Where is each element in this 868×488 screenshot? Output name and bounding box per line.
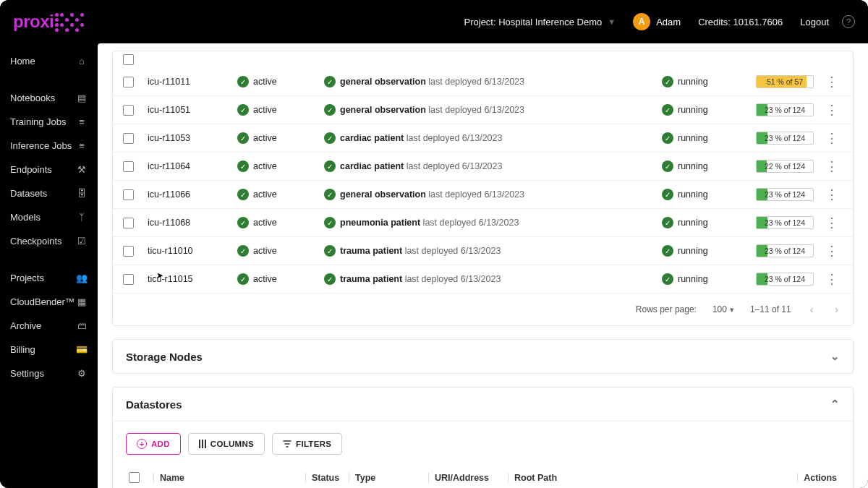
avatar[interactable]: A (633, 13, 650, 30)
check-circle-icon: ✓ (237, 76, 249, 87)
node-name: icu-r11011 (148, 77, 237, 87)
select-all-checkbox[interactable] (129, 472, 140, 483)
list-icon: ≡ (76, 116, 88, 127)
chip-icon: ▦ (76, 296, 88, 307)
utilization-bar: 51 % of 57 (756, 75, 814, 88)
archive-icon: 🗃 (76, 320, 88, 331)
plus-icon: + (137, 439, 147, 449)
node-name: icu-r11051 (148, 105, 237, 115)
row-checkbox[interactable] (123, 105, 134, 116)
utilization-bar: 23 % of 124 (756, 216, 814, 229)
drive-icon: 🗄 (76, 188, 88, 199)
table-row: icu-r11066✓active✓general observation la… (113, 180, 853, 208)
node-workload: general observation last deployed 6/13/2… (340, 189, 524, 200)
node-state: running (678, 189, 708, 200)
page-range: 1–11 of 11 (750, 304, 791, 314)
check-circle-icon: ✓ (324, 217, 336, 228)
node-status: active (253, 77, 277, 87)
check-circle-icon: ✓ (237, 189, 249, 200)
datastores-table-header: Name Status Type URI/Address Root Path A… (126, 465, 840, 488)
sidebar-item-settings[interactable]: Settings⚙ (0, 361, 98, 385)
utilization-bar: 23 % of 124 (756, 103, 814, 116)
sidebar-item-training-jobs[interactable]: Training Jobs≡ (0, 110, 98, 134)
check-circle-icon: ✓ (237, 217, 249, 228)
columns-button[interactable]: COLUMNS (188, 433, 265, 455)
row-checkbox[interactable] (123, 246, 134, 257)
rows-per-page-select[interactable]: 100 ▾ (712, 304, 734, 314)
node-name: icu-r11068 (148, 218, 237, 228)
node-state: running (678, 274, 708, 284)
node-status: active (253, 133, 277, 143)
help-icon[interactable]: ? (842, 15, 855, 28)
sidebar-item-datasets[interactable]: Datasets🗄 (0, 181, 98, 205)
sidebar-item-cloudbender-[interactable]: CloudBender™▦ (0, 290, 98, 314)
row-checkbox[interactable] (123, 133, 134, 144)
sidebar-item-projects[interactable]: Projects👥 (0, 266, 98, 290)
row-actions-menu[interactable]: ⋮ (825, 244, 838, 257)
row-checkbox[interactable] (123, 218, 134, 228)
table-row: ticu-r11015✓active✓trauma patient last d… (113, 265, 853, 293)
sidebar-item-checkpoints[interactable]: Checkpoints☑ (0, 229, 98, 253)
node-state: running (678, 133, 708, 143)
row-actions-menu[interactable]: ⋮ (825, 160, 838, 173)
node-state: running (678, 218, 708, 228)
sidebar-item-notebooks[interactable]: Notebooks▤ (0, 86, 98, 110)
node-name: icu-r11066 (148, 189, 237, 200)
node-name: ticu-r11010 (148, 246, 237, 256)
node-workload: cardiac patient last deployed 6/13/2023 (340, 161, 502, 171)
filter-icon (283, 440, 292, 448)
check-circle-icon: ✓ (237, 104, 249, 116)
sidebar-item-models[interactable]: Modelsᛉ (0, 205, 98, 229)
prev-page-button[interactable]: ‹ (807, 301, 817, 318)
users-icon: 👥 (76, 273, 88, 283)
utilization-bar: 23 % of 124 (756, 188, 814, 201)
row-actions-menu[interactable]: ⋮ (825, 216, 838, 229)
row-actions-menu[interactable]: ⋮ (825, 188, 838, 201)
main-content: icu-r11011✓active✓general observation la… (98, 43, 868, 488)
node-workload: trauma patient last deployed 6/13/2023 (340, 274, 501, 284)
node-status: active (253, 218, 277, 228)
table-row: icu-r11053✓active✓cardiac patient last d… (113, 124, 853, 152)
brand-logo[interactable]: proxi (13, 12, 88, 32)
storage-nodes-header[interactable]: Storage Nodes ⌄ (113, 340, 853, 373)
node-state: running (678, 105, 708, 115)
row-checkbox[interactable] (123, 274, 134, 285)
row-checkbox[interactable] (123, 77, 134, 87)
row-checkbox[interactable] (123, 54, 134, 65)
filters-button[interactable]: FILTERS (272, 433, 342, 455)
node-status: active (253, 246, 277, 256)
row-actions-menu[interactable]: ⋮ (825, 103, 838, 116)
row-actions-menu[interactable]: ⋮ (825, 132, 838, 145)
check-circle-icon: ✓ (237, 160, 249, 172)
utilization-bar: 23 % of 124 (756, 132, 814, 145)
sidebar-item-archive[interactable]: Archive🗃 (0, 314, 98, 338)
username: Adam (656, 17, 681, 27)
table-row: icu-r11068✓active✓pneumonia patient last… (113, 208, 853, 236)
next-page-button[interactable]: › (832, 301, 841, 318)
check-circle-icon: ✓ (324, 104, 336, 116)
datastores-header[interactable]: Datastores ⌃ (113, 388, 853, 421)
node-status: active (253, 274, 277, 284)
sidebar-item-billing[interactable]: Billing💳 (0, 338, 98, 361)
node-status: active (253, 161, 277, 171)
check-circle-icon: ✓ (662, 217, 673, 228)
check-circle-icon: ✓ (662, 189, 673, 200)
project-selector[interactable]: Project: Hospital Inference Demo ▼ (464, 17, 616, 27)
sidebar-item-endpoints[interactable]: Endpoints⚒ (0, 158, 98, 181)
row-actions-menu[interactable]: ⋮ (825, 75, 838, 88)
list-icon: ≡ (76, 140, 88, 151)
sidebar-item-inference-jobs[interactable]: Inference Jobs≡ (0, 134, 98, 158)
check-icon: ☑ (76, 236, 88, 247)
check-circle-icon: ✓ (662, 160, 673, 172)
chevron-down-icon: ⌄ (830, 350, 840, 363)
utilization-bar: 23 % of 124 (756, 244, 814, 257)
sidebar-item-home[interactable]: Home⌂ (0, 49, 98, 73)
logout-link[interactable]: Logout (800, 17, 829, 27)
row-actions-menu[interactable]: ⋮ (825, 273, 838, 286)
node-name: ticu-r11015 (148, 274, 237, 284)
row-checkbox[interactable] (123, 189, 134, 200)
node-workload: general observation last deployed 6/13/2… (340, 77, 524, 87)
check-circle-icon: ✓ (662, 132, 673, 144)
add-button[interactable]: + ADD (126, 433, 181, 455)
row-checkbox[interactable] (123, 161, 134, 172)
